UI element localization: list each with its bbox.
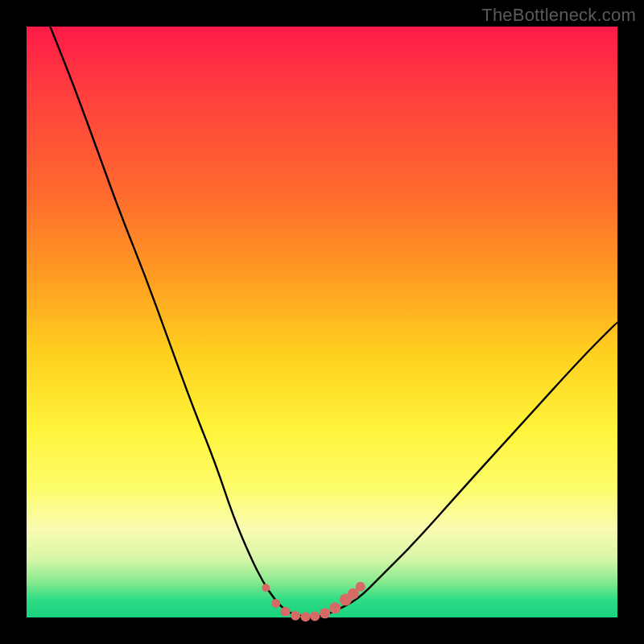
minimum-marker bbox=[300, 612, 310, 621]
minimum-marker bbox=[320, 608, 330, 618]
minimum-markers bbox=[262, 582, 365, 621]
minimum-marker bbox=[262, 584, 270, 592]
gradient-plot-area bbox=[27, 27, 617, 617]
minimum-marker bbox=[271, 599, 280, 608]
bottleneck-curve bbox=[50, 27, 617, 617]
minimum-marker bbox=[356, 582, 365, 592]
minimum-marker bbox=[280, 607, 290, 617]
minimum-marker bbox=[329, 602, 341, 613]
chart-frame: TheBottleneck.com bbox=[0, 0, 644, 644]
curve-layer bbox=[27, 27, 617, 617]
minimum-marker bbox=[310, 612, 320, 621]
minimum-marker bbox=[291, 611, 300, 621]
watermark-text: TheBottleneck.com bbox=[481, 5, 636, 26]
